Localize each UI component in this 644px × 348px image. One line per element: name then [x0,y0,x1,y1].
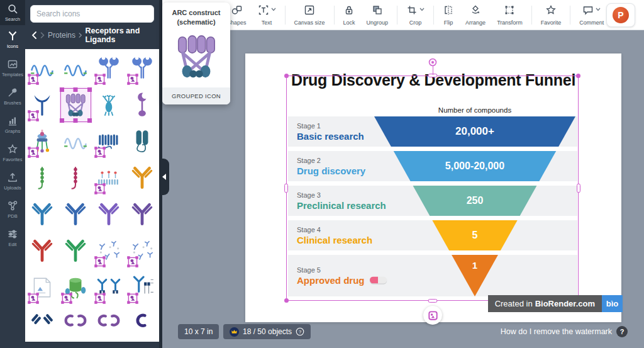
toolbar-crop-button[interactable]: Crop [401,1,430,29]
library-icon-paper[interactable] [26,269,59,306]
library-icon-barrel[interactable] [92,123,126,160]
sidebar-item-label: Graphs [5,128,21,134]
object-count-badge[interactable]: 18 / 50 objects ? [223,324,311,339]
sidebar-item-edit[interactable]: Edit [0,223,25,252]
library-icon-complex[interactable] [26,123,59,160]
comment-icon [582,4,594,18]
library-icon-bcr[interactable] [92,269,126,306]
sidebar-item-graphs[interactable]: Graphs [0,110,25,138]
breadcrumb-parent[interactable]: Proteins [48,31,75,40]
sidebar-item-icons[interactable]: Icons [0,25,25,53]
icons-icon [7,30,18,42]
library-icon-antibody[interactable] [26,233,59,269]
library-icon-antibody[interactable] [59,233,92,269]
antibody-icon [129,165,155,191]
watermark-help: How do I remove the watermark ? [501,326,628,337]
sidebar-item-brushes[interactable]: Brushes [0,82,25,110]
library-icon-coil[interactable] [26,50,59,87]
forward-chevron-icon[interactable] [40,32,45,38]
pdb-icon [7,200,18,211]
selection-handle-s[interactable] [428,299,437,303]
transform-icon [504,4,515,18]
library-icon-dimer[interactable] [125,123,158,160]
library-icon-coil[interactable] [59,123,92,160]
library-icon-arc[interactable] [59,87,92,123]
objects-help-icon[interactable]: ? [296,327,304,336]
arc-icon [62,92,89,118]
library-icon-crescent[interactable] [125,87,158,123]
library-icon-antibody[interactable] [26,196,59,233]
sidebar-item-uploads[interactable]: Uploads [0,167,25,195]
stage-name: Basic research [297,131,364,142]
left-sidebar: SearchIconsTemplatesBrushesGraphsFavorit… [0,0,25,348]
toolbar-arrange-button[interactable]: Arrange [460,1,491,29]
cc-icon [62,311,89,335]
stage-value: 250 [467,195,484,206]
arc-construct-icon [162,28,230,87]
crown-icon [230,327,239,337]
rotation-handle-icon[interactable] [428,57,438,70]
sidebar-item-search[interactable]: Search [0,0,25,25]
grouped-icon-badge[interactable] [423,306,442,325]
stage-name: Preclinical research [297,200,386,211]
library-icon-cc[interactable] [59,306,92,335]
library-icon-scatter[interactable] [92,233,126,269]
toolbar-label: Flip [444,20,453,26]
grouped-icon-marker [60,291,74,305]
sidebar-item-label: Edit [9,242,17,247]
toolbar-flip-button[interactable]: Flip [437,1,460,29]
library-icon-claw[interactable] [125,50,158,87]
library-icon-antibody[interactable] [125,196,158,233]
grouped-icon-marker [26,109,40,123]
help-question-icon[interactable]: ? [616,326,628,337]
sidebar-item-templates[interactable]: Templates [0,53,25,82]
library-icon-antibody[interactable] [59,196,92,233]
library-icon-branch[interactable] [92,87,126,123]
toolbar-lock-button[interactable]: Lock [338,1,361,29]
selection-handle-sw[interactable] [284,298,289,303]
toolbar-comment-button[interactable]: Comment [574,1,609,29]
sidebar-item-favorites[interactable]: Favorites [0,138,25,167]
library-icon-ycup[interactable] [26,87,59,123]
favorite-icon [545,4,557,18]
sidebar-item-label: PDB [8,213,17,219]
page-size-badge[interactable]: 10 x 7 in [178,324,219,339]
library-icon-cc[interactable] [92,306,126,335]
toolbar-label: Transform [497,20,523,26]
stage-value: 5,000-20,000 [445,160,504,172]
toolbar-text-button[interactable]: Text [252,1,282,29]
back-chevron-icon[interactable] [31,31,37,39]
antibody-icon [29,238,55,264]
search-icon [7,3,18,14]
sidebar-item-pdb[interactable]: PDB [0,195,25,223]
library-icon-membrane[interactable] [92,160,126,196]
sidebar-item-label: Favorites [3,157,23,162]
library-icon-antibody[interactable] [125,160,158,196]
toolbar-label: Canvas size [294,20,325,26]
library-icon-claw[interactable] [92,50,126,87]
toolbar-transform-button[interactable]: Transform [491,1,528,29]
export-powerpoint-button[interactable]: P [606,3,635,27]
branch-icon [96,92,122,118]
panel-footer [25,342,159,348]
stage-number: Stage 2 [297,157,365,164]
stage-label: Stage 5Approved drug [297,266,387,286]
library-icon-cylinder[interactable] [59,269,92,306]
funnel-stage-row: Stage 5Approved drug1 [288,255,577,296]
library-icon-bead[interactable] [26,160,59,196]
library-icon-bcr2[interactable] [125,269,158,306]
library-icon-scatter[interactable] [125,233,158,269]
library-icon-antibody[interactable] [92,196,126,233]
toolbar-canvas-size-button[interactable]: Canvas size [289,1,331,29]
canvas[interactable]: Drug Discovery & Development Funnel Numb… [245,53,621,322]
toolbar-label: Lock [343,20,355,26]
toolbar-ungroup-button[interactable]: Ungroup [361,1,394,29]
library-icon-bead[interactable] [59,160,92,196]
library-icon-coil[interactable] [59,50,92,87]
toolbar-favorite-button[interactable]: Favorite [535,1,567,29]
search-input[interactable] [30,5,154,23]
library-icon-c[interactable] [125,306,158,335]
grouped-icon-marker [93,145,107,159]
library-icon-frag[interactable] [26,306,59,335]
stage-label: Stage 4Clinical research [297,226,372,245]
